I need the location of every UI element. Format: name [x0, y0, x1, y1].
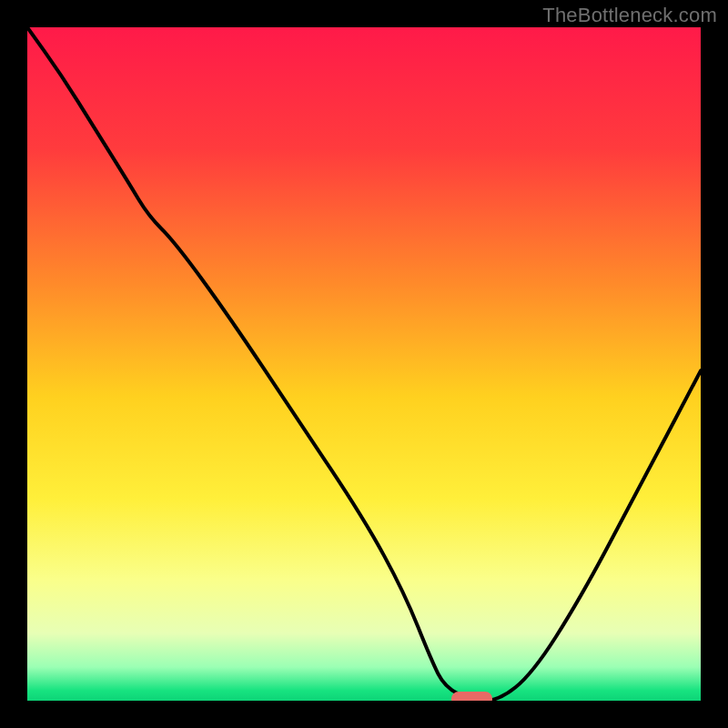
plot-area: [27, 27, 701, 701]
bottleneck-curve: [27, 27, 701, 701]
optimal-marker: [451, 692, 491, 701]
watermark-text: TheBottleneck.com: [542, 4, 717, 27]
chart-frame: TheBottleneck.com: [0, 0, 728, 728]
plot-inner: [27, 27, 701, 701]
